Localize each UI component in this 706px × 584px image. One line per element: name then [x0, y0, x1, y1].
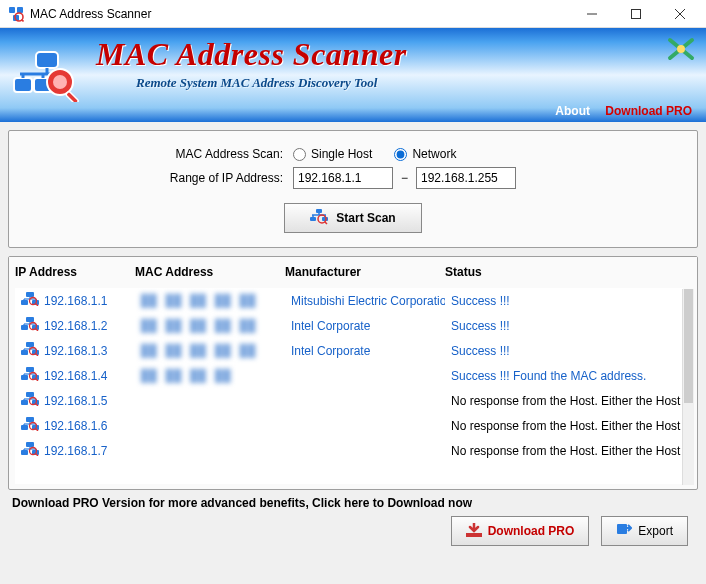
- scan-icon: [310, 209, 328, 228]
- top-nav: About Download PRO: [543, 104, 692, 118]
- table-row[interactable]: 192.168.1.5No response from the Host. Ei…: [15, 388, 683, 413]
- svg-point-19: [677, 45, 685, 53]
- status-cell: Success !!!: [445, 338, 683, 363]
- mac-cell: ██ ██ ██ ██ ██: [135, 288, 285, 313]
- mac-cell: ██ ██ ██ ██: [135, 363, 285, 388]
- host-icon: [21, 367, 39, 384]
- ip-cell: 192.168.1.2: [21, 317, 129, 334]
- host-icon: [21, 442, 39, 459]
- svg-rect-65: [26, 392, 34, 397]
- scan-type-group: Single Host Network: [293, 147, 456, 161]
- svg-line-28: [325, 221, 328, 224]
- mfr-cell: [285, 438, 445, 463]
- export-icon: [616, 523, 632, 540]
- results-panel: IP Address MAC Address Manufacturer Stat…: [8, 256, 698, 490]
- mfr-cell: [285, 363, 445, 388]
- ip-range-label: Range of IP Address:: [23, 171, 293, 185]
- svg-rect-84: [21, 450, 28, 455]
- svg-rect-30: [21, 300, 28, 305]
- mfr-cell: [285, 413, 445, 438]
- results-body: 192.168.1.1██ ██ ██ ██ ██Mitsubishi Elec…: [15, 288, 683, 484]
- col-status-header[interactable]: Status: [439, 257, 697, 288]
- range-separator: −: [401, 171, 408, 185]
- ip-cell: 192.168.1.3: [21, 342, 129, 359]
- svg-rect-0: [9, 7, 15, 13]
- host-icon: [21, 292, 39, 309]
- svg-rect-48: [21, 350, 28, 355]
- svg-rect-21: [310, 217, 316, 221]
- col-mac-header[interactable]: MAC Address: [129, 257, 279, 288]
- ip-cell: 192.168.1.7: [21, 442, 129, 459]
- status-cell: No response from the Host. Either the Ho…: [445, 438, 683, 463]
- start-scan-button[interactable]: Start Scan: [284, 203, 422, 233]
- about-link[interactable]: About: [555, 104, 590, 118]
- download-icon: [466, 523, 482, 540]
- ip-range-from-input[interactable]: [293, 167, 393, 189]
- col-ip-header[interactable]: IP Address: [9, 257, 129, 288]
- header-banner: MAC Address Scanner Remote System MAC Ad…: [0, 28, 706, 122]
- status-cell: Success !!! Found the MAC address.: [445, 363, 683, 388]
- promo-text[interactable]: Download PRO Version for more advanced b…: [12, 496, 694, 510]
- mfr-cell: Mitsubishi Electric Corporation: [285, 288, 445, 313]
- svg-rect-75: [21, 425, 28, 430]
- results-scrollbar[interactable]: [682, 289, 694, 485]
- host-icon: [21, 342, 39, 359]
- scrollbar-thumb[interactable]: [684, 289, 693, 403]
- download-pro-button[interactable]: Download PRO: [451, 516, 590, 546]
- banner-subtitle: Remote System MAC Address Discovery Tool: [136, 75, 694, 91]
- svg-rect-1: [17, 7, 23, 13]
- table-row[interactable]: 192.168.1.3██ ██ ██ ██ ██Intel Corporate…: [15, 338, 683, 363]
- table-row[interactable]: 192.168.1.2██ ██ ██ ██ ██Intel Corporate…: [15, 313, 683, 338]
- ip-cell: 192.168.1.5: [21, 392, 129, 409]
- app-logo: [12, 50, 82, 102]
- window-title: MAC Address Scanner: [30, 7, 570, 21]
- mac-cell: ██ ██ ██ ██ ██: [135, 313, 285, 338]
- ip-cell: 192.168.1.1: [21, 292, 129, 309]
- banner-title: MAC Address Scanner: [96, 36, 694, 73]
- status-cell: No response from the Host. Either the Ho…: [445, 413, 683, 438]
- ip-cell: 192.168.1.4: [21, 367, 129, 384]
- svg-rect-20: [316, 209, 322, 213]
- svg-rect-47: [26, 342, 34, 347]
- svg-line-4: [22, 19, 24, 21]
- scan-type-label: MAC Address Scan:: [23, 147, 293, 161]
- host-icon: [21, 417, 39, 434]
- status-cell: Success !!!: [445, 313, 683, 338]
- table-row[interactable]: 192.168.1.4██ ██ ██ ██Success !!! Found …: [15, 363, 683, 388]
- table-row[interactable]: 192.168.1.7No response from the Host. Ei…: [15, 438, 683, 463]
- svg-rect-92: [466, 533, 482, 537]
- ip-cell: 192.168.1.6: [21, 417, 129, 434]
- svg-rect-38: [26, 317, 34, 322]
- host-icon: [21, 317, 39, 334]
- ip-range-to-input[interactable]: [416, 167, 516, 189]
- footer-buttons: Download PRO Export: [8, 510, 698, 546]
- title-bar: MAC Address Scanner: [0, 0, 706, 28]
- close-button[interactable]: [658, 0, 702, 28]
- svg-rect-10: [14, 78, 32, 92]
- export-button[interactable]: Export: [601, 516, 688, 546]
- single-host-radio[interactable]: Single Host: [293, 147, 372, 161]
- mac-cell: [135, 438, 285, 463]
- host-icon: [21, 392, 39, 409]
- mac-cell: [135, 413, 285, 438]
- app-icon: [8, 6, 24, 22]
- mfr-cell: Intel Corporate: [285, 313, 445, 338]
- scan-config-panel: MAC Address Scan: Single Host Network Ra…: [8, 130, 698, 248]
- mac-cell: [135, 388, 285, 413]
- col-mfr-header[interactable]: Manufacturer: [279, 257, 439, 288]
- mfr-cell: [285, 388, 445, 413]
- table-row[interactable]: 192.168.1.1██ ██ ██ ██ ██Mitsubishi Elec…: [15, 288, 683, 313]
- download-pro-link[interactable]: Download PRO: [605, 104, 692, 118]
- svg-rect-29: [26, 292, 34, 297]
- emblem-icon: [666, 34, 696, 67]
- maximize-button[interactable]: [614, 0, 658, 28]
- svg-point-17: [53, 75, 67, 89]
- svg-rect-66: [21, 400, 28, 405]
- table-row[interactable]: 192.168.1.6No response from the Host. Ei…: [15, 413, 683, 438]
- minimize-button[interactable]: [570, 0, 614, 28]
- svg-rect-18: [65, 91, 78, 102]
- svg-rect-74: [26, 417, 34, 422]
- svg-rect-83: [26, 442, 34, 447]
- status-cell: Success !!!: [445, 288, 683, 313]
- network-radio[interactable]: Network: [394, 147, 456, 161]
